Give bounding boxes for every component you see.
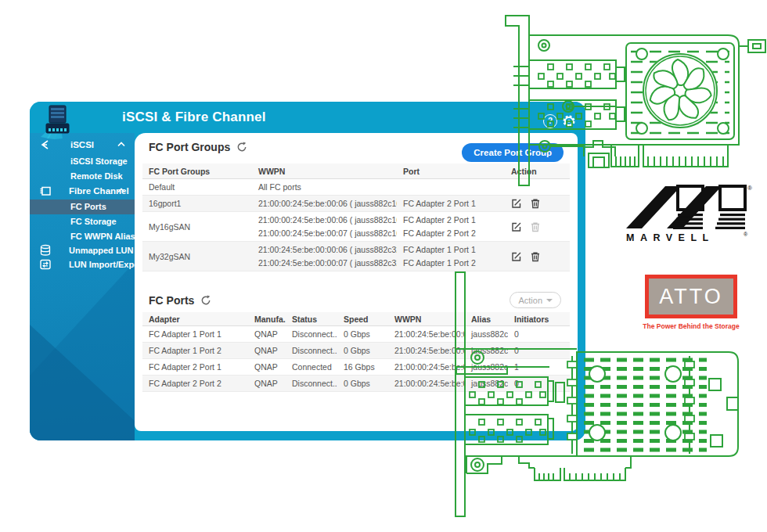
cell-initiators: 1 — [508, 362, 570, 372]
page-title: iSCSI & Fibre Channel — [122, 102, 266, 133]
table-row[interactable]: Default All FC ports — [142, 179, 570, 196]
table-row[interactable]: FC Adapter 2 Port 1 QNAP Connected 16 Gb… — [142, 359, 570, 376]
cell-alias: jauss882c... — [465, 379, 508, 388]
section-title-text: FC Ports — [149, 294, 194, 307]
fibre-channel-icon — [39, 185, 52, 197]
table-row[interactable]: FC Adapter 1 Port 1 QNAP Disconnect... 0… — [142, 326, 570, 343]
database-icon — [39, 244, 52, 257]
sidebar-item-unmapped-lun[interactable]: Unmapped LUN — [30, 243, 135, 258]
refresh-icon[interactable] — [236, 142, 247, 153]
sidebar-item-label: iSCSI Storage — [70, 154, 128, 169]
chevron-up-icon — [117, 142, 125, 147]
cell-wwpn: All FC ports — [252, 182, 397, 192]
sidebar-item-fc-ports[interactable]: FC Ports — [30, 200, 135, 214]
cell-wwpn: 21:00:24:5e:be:00:00:06 ( jauss882c32p1 … — [252, 243, 397, 270]
create-port-group-button[interactable]: Create Port Group — [462, 143, 564, 162]
sidebar-item-fc-wwpn-aliases[interactable]: FC WWPN Aliases — [30, 229, 135, 244]
cell-alias: jauss882c... — [465, 362, 508, 372]
svg-text:MARVELL: MARVELL — [626, 232, 715, 243]
fc-ports-section-title: FC Ports — [149, 294, 211, 307]
cell-status: Disconnect... — [286, 346, 337, 355]
cell-speed: 0 Gbps — [337, 379, 388, 388]
table-row[interactable]: FC Adapter 2 Port 2 QNAP Disconnect... 0… — [142, 376, 570, 392]
col-initiators: Initiators — [508, 315, 570, 324]
col-wwpn: WWPN — [252, 167, 397, 176]
atto-logo: ATTO — [645, 275, 737, 318]
svg-text:®: ® — [744, 232, 748, 237]
col-status: Status — [286, 315, 337, 324]
port-groups-section-title: FC Port Groups — [149, 141, 247, 153]
sidebar-item-fc-storage[interactable]: FC Storage — [30, 214, 135, 229]
cell-wwpn: 21:00:00:24:5e:be:00:06 ( jauss882c16p1 … — [252, 214, 397, 240]
cell-name: Default — [142, 182, 252, 192]
cell-wwpn: 21:00:24:5e:be:00:00... — [388, 329, 465, 339]
col-name: FC Port Groups — [142, 167, 252, 176]
col-speed: Speed — [337, 315, 388, 324]
cell-port: FC Adapter 2 Port 1 — [397, 199, 505, 208]
edit-icon[interactable] — [511, 251, 522, 262]
app-window: iSCSI & Fibre Channel ? — [30, 102, 585, 440]
cell-speed: 0 Gbps — [337, 346, 388, 355]
sidebar-item-fibre-channel[interactable]: Fibre Channel — [30, 184, 135, 200]
stage: iSCSI & Fibre Channel ? — [0, 0, 767, 532]
delete-icon[interactable] — [530, 198, 541, 209]
chevron-up-icon — [117, 188, 125, 193]
table-header: FC Port Groups WWPN Port Action — [142, 164, 570, 179]
fc-ports-table: Adapter Manufa... Status Speed WWPN Alia… — [142, 312, 570, 392]
cell-adapter: FC Adapter 1 Port 2 — [142, 346, 248, 355]
cell-wwpn: 21:00:00:24:5e:be:00... — [388, 379, 465, 388]
cell-alias: jauss882c... — [465, 329, 508, 339]
caret-down-icon — [546, 299, 553, 302]
atto-tagline: The Power Behind the Storage — [640, 322, 742, 330]
table-row[interactable]: FC Adapter 1 Port 2 QNAP Disconnect... 0… — [142, 343, 570, 359]
cell-manufacturer: QNAP — [248, 346, 286, 355]
cell-name: 16gport1 — [142, 199, 252, 208]
cell-initiators: 0 — [508, 379, 570, 388]
col-adapter: Adapter — [142, 315, 248, 324]
cell-action — [505, 251, 570, 262]
cell-action — [505, 221, 570, 232]
sidebar-item-label: FC WWPN Aliases — [70, 229, 145, 244]
cell-status: Disconnect... — [286, 379, 337, 388]
edit-icon[interactable] — [511, 221, 522, 232]
cell-speed: 0 Gbps — [337, 329, 388, 339]
sidebar-item-label: Remote Disk — [70, 169, 123, 184]
gear-icon[interactable] — [562, 114, 576, 128]
section-title-text: FC Port Groups — [149, 141, 230, 153]
cell-alias: jauss882c... — [465, 346, 508, 355]
table-row[interactable]: My32gSAN 21:00:24:5e:be:00:00:06 ( jauss… — [142, 242, 570, 271]
sidebar-item-remote-disk[interactable]: Remote Disk — [30, 169, 135, 184]
refresh-icon[interactable] — [200, 295, 211, 306]
cell-adapter: FC Adapter 2 Port 2 — [142, 379, 248, 388]
content-panel: FC Port Groups Create Port Group FC Port… — [135, 133, 578, 431]
help-icon[interactable]: ? — [543, 114, 557, 128]
iscsi-icon — [39, 138, 52, 151]
cell-wwpn: 21:00:00:24:5e:be:00... — [388, 362, 465, 372]
table-header: Adapter Manufa... Status Speed WWPN Alia… — [142, 312, 570, 326]
cell-wwpn: 21:00:24:5e:be:00:00... — [388, 346, 465, 355]
cell-wwpn: 21:00:00:24:5e:be:00:06 ( jauss882c16p1 … — [252, 199, 397, 208]
cell-adapter: FC Adapter 1 Port 1 — [142, 329, 248, 339]
cell-port: FC Adapter 1 Port 1 FC Adapter 1 Port 2 — [397, 243, 505, 270]
cell-manufacturer: QNAP — [248, 329, 286, 339]
cell-name: My32gSAN — [142, 252, 252, 261]
sidebar-item-iscsi-storage[interactable]: iSCSI Storage — [30, 154, 135, 169]
cell-adapter: FC Adapter 2 Port 1 — [142, 362, 248, 372]
action-dropdown-button[interactable]: Action — [510, 292, 561, 308]
cell-name: My16gSAN — [142, 222, 252, 232]
svg-text:®: ® — [747, 185, 752, 192]
delete-icon[interactable] — [530, 251, 541, 262]
cell-port: FC Adapter 2 Port 1 FC Adapter 2 Port 2 — [397, 214, 505, 240]
cell-manufacturer: QNAP — [248, 362, 286, 372]
edit-icon[interactable] — [511, 198, 522, 209]
sidebar-item-iscsi[interactable]: iSCSI — [30, 138, 135, 153]
sidebar-item-lun-import-export[interactable]: LUN Import/Export — [30, 257, 135, 272]
col-alias: Alias — [465, 315, 508, 324]
action-button-label: Action — [518, 296, 542, 305]
sidebar: iSCSI iSCSI Storage Remote Disk Fibre Ch… — [30, 133, 135, 440]
sidebar-item-label: Unmapped LUN — [69, 243, 134, 258]
cell-speed: 16 Gbps — [337, 362, 388, 372]
table-row[interactable]: My16gSAN 21:00:00:24:5e:be:00:06 ( jauss… — [142, 212, 570, 242]
table-row[interactable]: 16gport1 21:00:00:24:5e:be:00:06 ( jauss… — [142, 196, 570, 212]
titlebar: iSCSI & Fibre Channel ? — [30, 102, 585, 133]
